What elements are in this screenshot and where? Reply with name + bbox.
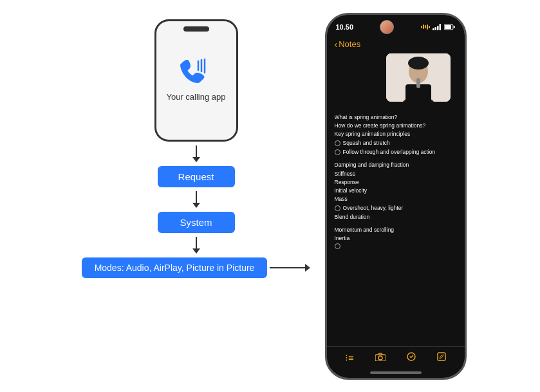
status-center-avatar: [380, 20, 394, 34]
status-bar: 10.50: [327, 15, 465, 37]
iphone-screen: 10.50: [325, 13, 467, 380]
thumbnail-container: [327, 53, 465, 111]
arrow-line-1: [196, 145, 197, 157]
svg-point-18: [378, 356, 382, 360]
arrow-down-2: [192, 191, 200, 208]
status-icons: [421, 24, 456, 30]
arrow-head-1: [192, 157, 200, 162]
notes-line-10: Momentum and scrolling: [335, 226, 457, 234]
svg-rect-3: [433, 28, 434, 30]
svg-rect-16: [416, 78, 420, 88]
arrow-head-3: [192, 248, 200, 254]
back-button[interactable]: ‹ Notes: [335, 39, 457, 50]
bottom-toolbar: ⁝≡: [327, 346, 465, 369]
checkbox-1: [335, 140, 340, 146]
phone-notch: [183, 26, 209, 32]
notes-line-1: What is spring animation?: [335, 113, 457, 122]
battery-icon: [444, 24, 456, 30]
status-avatar: [380, 20, 394, 34]
phone-mockup: Your calling app: [154, 19, 238, 142]
checkbox-line-4: [335, 243, 457, 249]
signal-icon: [433, 24, 442, 30]
checkbox-label-1: Squash and stretch: [343, 139, 390, 147]
phone-label: Your calling app: [166, 92, 225, 103]
arrow-right-head: [305, 264, 310, 272]
system-box: System: [158, 212, 235, 233]
checkbox-3: [335, 205, 340, 211]
svg-rect-5: [437, 26, 439, 30]
video-thumbnail: [386, 53, 451, 102]
modes-box: Modes: Audio, AirPlay, Picture in Pictur…: [82, 257, 268, 278]
notes-line-5: Stiffness: [335, 170, 457, 178]
notes-line-7: Initial velocity: [335, 187, 457, 195]
svg-rect-20: [438, 353, 445, 360]
notes-line-4: Damping and damping fraction: [335, 161, 457, 169]
camera-icon[interactable]: [375, 353, 386, 363]
notes-line-11: Inertia: [335, 234, 457, 243]
notes-content: What is spring animation? How do we crea…: [327, 111, 465, 346]
svg-rect-9: [454, 26, 455, 28]
edit-icon[interactable]: [437, 352, 446, 363]
thumbnail-image: [386, 53, 451, 102]
phone-content: Your calling app: [166, 59, 225, 103]
svg-point-14: [408, 57, 429, 70]
svg-rect-4: [434, 27, 436, 30]
checkbox-line-1: Squash and stretch: [335, 139, 457, 147]
notes-line-6: Response: [335, 178, 457, 187]
arrow-down-1: [192, 145, 200, 162]
checkbox-2: [335, 149, 340, 155]
arrow-line-3: [196, 237, 197, 248]
status-time: 10.50: [336, 23, 354, 31]
phone-screen-content: 10.50: [327, 15, 465, 378]
arrow-line-2: [196, 191, 197, 203]
list-icon[interactable]: ⁝≡: [345, 352, 354, 364]
request-box: Request: [158, 166, 235, 187]
main-container: Your calling app Request System Modes: A…: [0, 0, 540, 392]
checkbox-line-3: Overshoot, heavy, lighter: [335, 204, 457, 212]
back-label: Notes: [339, 39, 360, 49]
arrow-down-3: [192, 237, 200, 254]
checkbox-label-2: Follow through and overlapping action: [343, 148, 436, 156]
home-bar: [370, 371, 422, 374]
notes-line-9: Blend duration: [335, 213, 457, 221]
checkbox-label-3: Overshoot, heavy, lighter: [343, 204, 404, 212]
waveform-icon: [421, 24, 430, 30]
checkbox-line-2: Follow through and overlapping action: [335, 148, 457, 156]
checkbox-4: [335, 243, 340, 249]
back-chevron-icon: ‹: [335, 39, 338, 50]
notes-line-3: Key spring animation principles: [335, 130, 457, 138]
back-nav[interactable]: ‹ Notes: [327, 37, 465, 53]
arrow-right-line: [270, 267, 305, 268]
svg-rect-6: [439, 24, 441, 30]
arrow-head-2: [192, 203, 200, 208]
notes-line-2: How do we create spring animations?: [335, 122, 457, 130]
left-diagram: Your calling app Request System Modes: A…: [74, 0, 319, 392]
arrow-right: [270, 264, 310, 272]
compose-icon[interactable]: [407, 352, 416, 363]
svg-rect-8: [445, 25, 451, 29]
notes-line-8: Mass: [335, 195, 457, 203]
call-icon: [180, 59, 211, 88]
